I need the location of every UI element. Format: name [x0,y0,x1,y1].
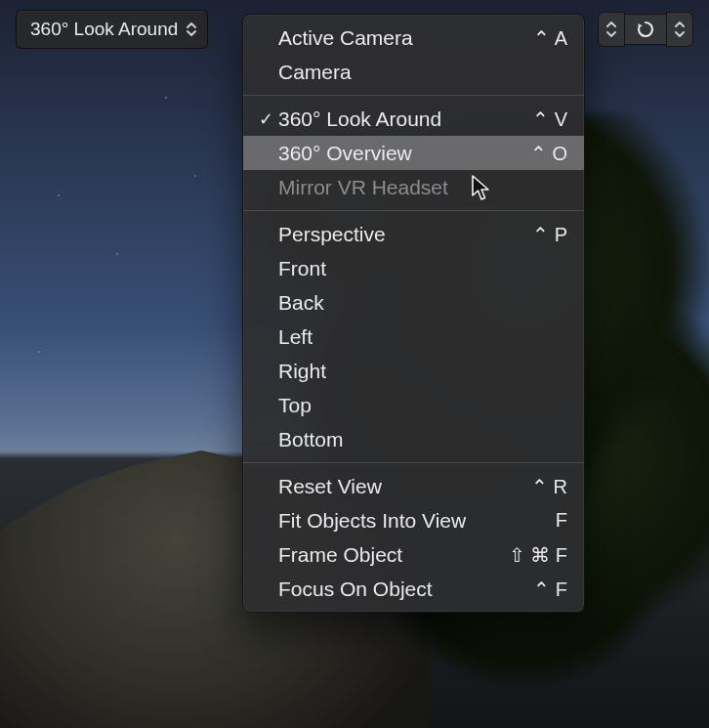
menu-item-left[interactable]: Left [243,320,584,354]
menu-item-label: Left [278,325,568,349]
reset-rotation-button[interactable] [625,14,666,45]
menu-item-shortcut: ⌃ A [533,26,568,50]
menu-item-bottom[interactable]: Bottom [243,422,584,456]
caret-up-icon [606,21,616,28]
menu-item-label: Reset View [278,475,531,498]
menu-item-active-camera[interactable]: Active Camera⌃ A [243,21,584,55]
menu-item-shortcut: F [556,509,568,532]
menu-item-label: Front [278,257,568,280]
menu-separator [243,95,584,96]
menu-item-right[interactable]: Right [243,354,584,388]
menu-item-shortcut: ⇧ ⌘ F [509,543,568,567]
menu-item-back[interactable]: Back [243,285,584,320]
menu-item-shortcut: ⌃ P [532,223,568,246]
menu-item-focus-on-object[interactable]: Focus On Object⌃ F [243,572,584,606]
right-stepper[interactable] [666,12,693,47]
chevrons-up-down-icon [186,21,197,38]
checkmark-icon: ✓ [253,108,278,130]
menu-item-shortcut: ⌃ V [532,107,568,131]
menu-separator [243,462,584,463]
menu-item-label: Bottom [278,428,568,451]
camera-view-dropdown-button[interactable]: 360° Look Around [16,10,208,49]
menu-item-shortcut: ⌃ O [530,142,568,165]
camera-view-dropdown-label: 360° Look Around [30,19,178,40]
menu-item-label: Mirror VR Headset [278,176,568,199]
menu-item-label: Camera [278,61,568,84]
camera-view-menu[interactable]: Active Camera⌃ ACamera✓360° Look Around⌃… [242,14,585,613]
left-stepper[interactable] [598,12,625,47]
menu-item-shortcut: ⌃ F [533,578,568,601]
caret-down-icon [606,30,616,38]
menu-item-top[interactable]: Top [243,388,584,422]
menu-item-shortcut: ⌃ R [531,475,568,498]
caret-up-icon [675,21,685,28]
toolbar-right-controls [598,12,693,47]
menu-item-perspective[interactable]: Perspective⌃ P [243,217,584,251]
menu-item-frame-object[interactable]: Frame Object⇧ ⌘ F [243,537,584,572]
menu-item-front[interactable]: Front [243,251,584,285]
menu-item-label: Fit Objects Into View [278,509,556,533]
menu-item-label: Frame Object [278,543,509,567]
menu-item-360-overview[interactable]: 360° Overview⌃ O [243,136,584,170]
menu-item-mirror-vr-headset: Mirror VR Headset [243,170,584,204]
menu-item-label: Active Camera [278,26,533,50]
rotate-ccw-icon [635,19,656,40]
menu-separator [243,210,584,211]
menu-item-label: Top [278,394,568,417]
menu-item-label: 360° Look Around [278,107,532,131]
menu-item-label: Perspective [278,223,532,246]
caret-down-icon [675,30,685,38]
menu-item-360-look-around[interactable]: ✓360° Look Around⌃ V [243,102,584,136]
menu-item-label: 360° Overview [278,142,530,165]
menu-item-reset-view[interactable]: Reset View⌃ R [243,469,584,503]
menu-item-label: Focus On Object [278,578,533,601]
menu-item-label: Back [278,291,568,315]
menu-item-camera[interactable]: Camera [243,55,584,89]
menu-item-label: Right [278,360,568,383]
menu-item-fit-objects-into-view[interactable]: Fit Objects Into ViewF [243,503,584,537]
